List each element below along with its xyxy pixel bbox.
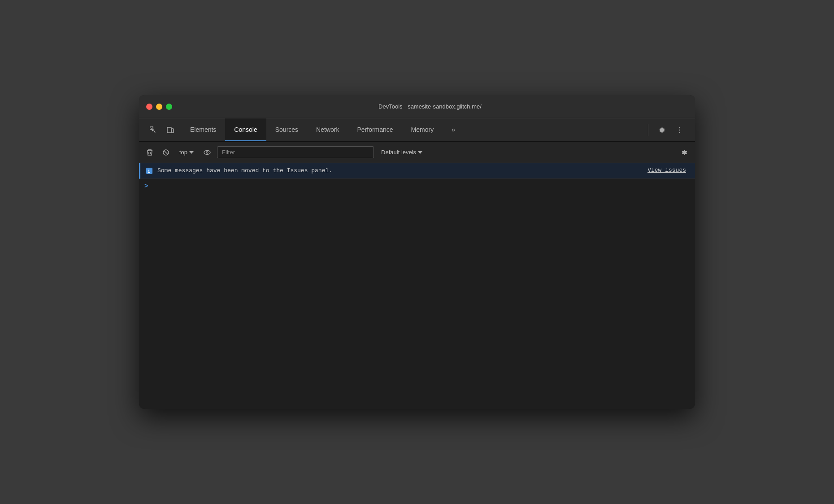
tab-more[interactable]: »: [443, 118, 464, 141]
console-settings-icon[interactable]: [678, 146, 691, 159]
tab-bar-left-icons: [143, 118, 181, 141]
console-prompt-row: >: [139, 179, 695, 193]
svg-rect-2: [171, 129, 174, 133]
traffic-lights: [146, 104, 172, 110]
svg-point-11: [206, 152, 208, 153]
filter-input[interactable]: [217, 146, 374, 158]
info-icon: i: [146, 167, 153, 174]
more-options-icon[interactable]: [673, 124, 686, 136]
devtools-window: DevTools - samesite-sandbox.glitch.me/: [139, 95, 695, 409]
levels-chevron-icon: [418, 151, 422, 154]
inspect-element-icon[interactable]: [147, 124, 160, 136]
tab-bar: Elements Console Sources Network Perform…: [139, 118, 695, 142]
tab-memory[interactable]: Memory: [402, 118, 443, 141]
context-selector[interactable]: top: [176, 147, 197, 157]
default-levels-label: Default levels: [381, 149, 416, 156]
tab-sources[interactable]: Sources: [266, 118, 307, 141]
window-title: DevTools - samesite-sandbox.glitch.me/: [172, 103, 688, 110]
svg-point-3: [679, 127, 680, 128]
close-button[interactable]: [146, 104, 152, 110]
filter-input-wrap: [217, 146, 374, 158]
block-icon[interactable]: [160, 146, 172, 159]
tab-elements[interactable]: Elements: [181, 118, 225, 141]
clear-console-icon[interactable]: [143, 146, 156, 159]
preserve-log-icon[interactable]: [201, 146, 213, 159]
default-levels-button[interactable]: Default levels: [378, 147, 426, 157]
console-message-text: Some messages have been moved to the Iss…: [157, 167, 639, 175]
svg-rect-1: [167, 127, 171, 133]
svg-line-9: [164, 150, 168, 154]
divider: [648, 124, 648, 136]
chevron-down-icon: [189, 151, 194, 154]
title-bar: DevTools - samesite-sandbox.glitch.me/: [139, 95, 695, 118]
svg-point-4: [679, 129, 680, 130]
svg-point-10: [204, 150, 210, 154]
tab-bar-right-icons: [641, 118, 691, 141]
view-issues-link[interactable]: View issues: [644, 167, 690, 174]
fullscreen-button[interactable]: [166, 104, 172, 110]
svg-text:i: i: [148, 169, 150, 174]
device-toolbar-icon[interactable]: [164, 124, 177, 136]
console-message-info: i Some messages have been moved to the I…: [139, 163, 695, 179]
tab-network[interactable]: Network: [307, 118, 348, 141]
console-output: i Some messages have been moved to the I…: [139, 163, 695, 409]
minimize-button[interactable]: [156, 104, 162, 110]
console-toolbar: top Default levels: [139, 142, 695, 163]
context-value: top: [179, 149, 187, 156]
svg-point-5: [679, 131, 680, 132]
tab-performance[interactable]: Performance: [348, 118, 402, 141]
settings-icon[interactable]: [656, 124, 668, 136]
prompt-chevron: >: [144, 182, 148, 190]
tabs-container: Elements Console Sources Network Perform…: [181, 118, 641, 141]
tab-console[interactable]: Console: [225, 118, 266, 141]
